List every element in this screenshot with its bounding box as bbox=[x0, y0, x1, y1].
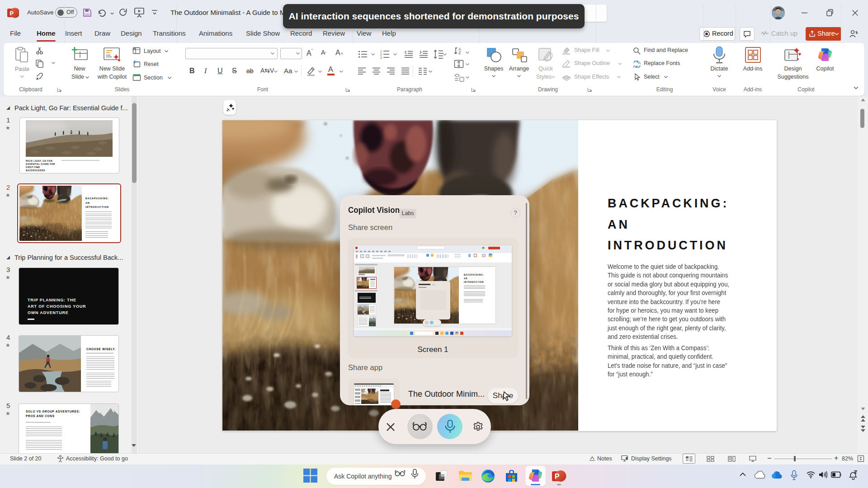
svg-text:2: 2 bbox=[380, 53, 382, 56]
svg-text:1: 1 bbox=[380, 50, 382, 53]
svg-text:3: 3 bbox=[380, 56, 382, 59]
svg-text:P: P bbox=[555, 473, 560, 480]
svg-text:P: P bbox=[9, 10, 14, 17]
svg-text:A: A bbox=[633, 64, 636, 68]
svg-text:A: A bbox=[638, 61, 641, 65]
svg-text:Z: Z bbox=[458, 51, 461, 55]
